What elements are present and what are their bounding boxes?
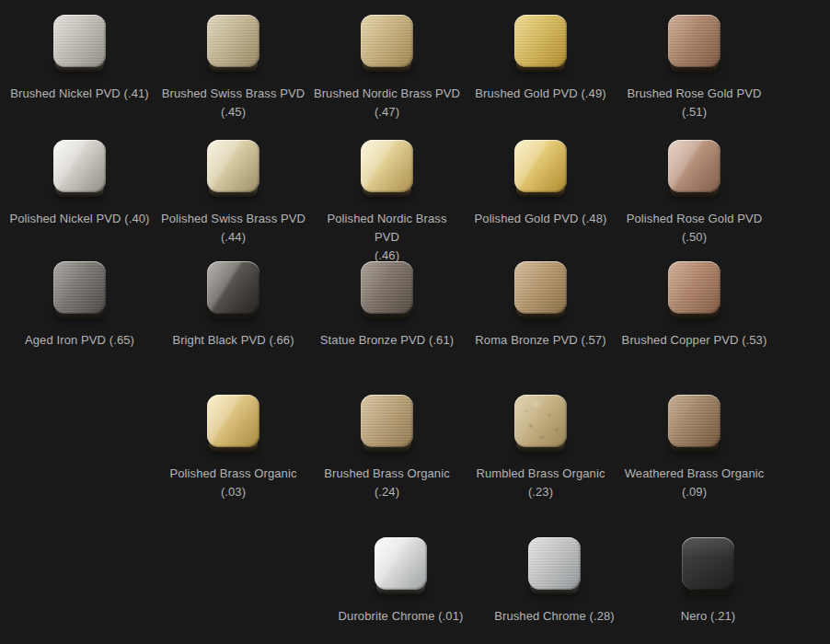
finish-swatch xyxy=(207,395,259,454)
finish-swatch xyxy=(514,395,567,454)
finish-label: Roma Bronze PVD (.57) xyxy=(475,331,605,350)
swatch-face xyxy=(682,537,734,590)
finish-swatch xyxy=(361,395,413,454)
swatch-face xyxy=(53,140,106,192)
finish-swatch xyxy=(528,537,581,596)
finish-option-polished-swiss-brass-pvd-44[interactable]: Polished Swiss Brass PVD (.44) xyxy=(156,140,310,265)
finish-label: Brushed Nickel PVD (.41) xyxy=(10,85,149,103)
finish-option-brushed-copper-pvd-53[interactable]: Brushed Copper PVD (.53) xyxy=(617,261,771,350)
finish-label: Rumbled Brass Organic (.23) xyxy=(467,465,615,501)
finish-option-polished-brass-organic-03[interactable]: Polished Brass Organic (.03) xyxy=(156,395,310,501)
finish-label: Polished Rose Gold PVD (.50) xyxy=(621,210,768,247)
finish-row-1: Brushed Nickel PVD (.41)Brushed Swiss Br… xyxy=(3,15,771,121)
finish-label: Aged Iron PVD (.65) xyxy=(25,331,134,350)
finish-row-3: Aged Iron PVD (.65)Bright Black PVD (.66… xyxy=(3,261,771,350)
finish-swatch xyxy=(682,537,734,596)
finish-swatch xyxy=(53,15,106,74)
swatch-face xyxy=(361,140,413,192)
finish-label: Bright Black PVD (.66) xyxy=(172,331,294,350)
finish-swatch xyxy=(207,140,259,199)
swatch-face xyxy=(53,261,106,314)
finish-option-brushed-nordic-brass-pvd-47[interactable]: Brushed Nordic Brass PVD (.47) xyxy=(310,15,464,121)
finish-grid: Brushed Nickel PVD (.41)Brushed Swiss Br… xyxy=(0,0,830,644)
finish-label: Polished Nordic Brass PVD (.46) xyxy=(314,210,461,265)
finish-row-2: Polished Nickel PVD (.40)Polished Swiss … xyxy=(3,140,771,265)
finish-option-roma-bronze-pvd-57[interactable]: Roma Bronze PVD (.57) xyxy=(464,261,617,350)
finish-option-brushed-swiss-brass-pvd-45[interactable]: Brushed Swiss Brass PVD (.45) xyxy=(156,15,310,121)
finish-option-polished-nickel-pvd-40[interactable]: Polished Nickel PVD (.40) xyxy=(3,140,156,265)
finish-label: Brushed Rose Gold PVD (.51) xyxy=(621,85,768,121)
swatch-face xyxy=(514,15,567,67)
finish-swatch xyxy=(668,261,720,320)
finish-option-aged-iron-pvd-65[interactable]: Aged Iron PVD (.65) xyxy=(3,261,156,350)
swatch-face xyxy=(207,395,259,447)
finish-option-brushed-nickel-pvd-41[interactable]: Brushed Nickel PVD (.41) xyxy=(3,15,156,121)
finish-option-durobrite-chrome-01[interactable]: Durobrite Chrome (.01) xyxy=(324,537,478,626)
finish-option-polished-nordic-brass-pvd-46[interactable]: Polished Nordic Brass PVD (.46) xyxy=(310,140,464,265)
finish-swatch xyxy=(668,15,720,74)
finish-swatch xyxy=(514,140,567,199)
swatch-face xyxy=(528,537,581,590)
finish-label: Brushed Brass Organic (.24) xyxy=(314,465,461,501)
finish-option-polished-rose-gold-pvd-50[interactable]: Polished Rose Gold PVD (.50) xyxy=(617,140,771,265)
finish-swatch xyxy=(514,15,567,74)
finish-swatch xyxy=(375,537,427,596)
swatch-face xyxy=(668,140,720,192)
finish-label: Brushed Gold PVD (.49) xyxy=(475,85,605,103)
swatch-face xyxy=(514,140,567,192)
finish-swatch xyxy=(668,140,720,199)
finish-option-brushed-chrome-28[interactable]: Brushed Chrome (.28) xyxy=(478,537,631,626)
finish-swatch xyxy=(53,140,106,199)
finish-label: Statue Bronze PVD (.61) xyxy=(320,331,454,350)
swatch-face xyxy=(668,15,720,67)
finish-swatch xyxy=(53,261,106,320)
finish-option-statue-bronze-pvd-61[interactable]: Statue Bronze PVD (.61) xyxy=(310,261,464,350)
finish-swatch xyxy=(514,261,567,320)
finish-row-4: Polished Brass Organic (.03)Brushed Bras… xyxy=(156,395,771,501)
finish-option-rumbled-brass-organic-23[interactable]: Rumbled Brass Organic (.23) xyxy=(464,395,617,501)
finish-swatch xyxy=(361,15,413,74)
swatch-face xyxy=(514,261,567,314)
finish-option-nero-21[interactable]: Nero (.21) xyxy=(631,537,785,626)
finish-label: Polished Swiss Brass PVD (.44) xyxy=(161,210,305,247)
finish-option-brushed-gold-pvd-49[interactable]: Brushed Gold PVD (.49) xyxy=(464,15,617,121)
finish-label: Brushed Chrome (.28) xyxy=(494,607,615,626)
finish-label: Polished Nickel PVD (.40) xyxy=(9,210,149,228)
swatch-face xyxy=(53,15,106,67)
finish-swatch xyxy=(361,140,413,199)
finish-label: Nero (.21) xyxy=(681,607,736,626)
swatch-face xyxy=(361,261,413,314)
swatch-face xyxy=(514,395,567,447)
finish-option-polished-gold-pvd-48[interactable]: Polished Gold PVD (.48) xyxy=(464,140,617,265)
swatch-face xyxy=(207,140,259,192)
finish-label: Polished Gold PVD (.48) xyxy=(475,210,607,228)
swatch-face xyxy=(361,395,413,447)
finish-option-weathered-brass-organic-09[interactable]: Weathered Brass Organic (.09) xyxy=(617,395,771,501)
finish-label: Polished Brass Organic (.03) xyxy=(160,465,307,501)
finish-swatch xyxy=(207,261,259,320)
finish-option-brushed-rose-gold-pvd-51[interactable]: Brushed Rose Gold PVD (.51) xyxy=(617,15,771,121)
finish-label: Brushed Swiss Brass PVD (.45) xyxy=(162,85,305,121)
finish-swatch xyxy=(668,395,720,454)
swatch-face xyxy=(207,15,259,67)
finish-label: Durobrite Chrome (.01) xyxy=(339,607,464,626)
finish-swatch xyxy=(361,261,413,320)
finish-row-5: Durobrite Chrome (.01)Brushed Chrome (.2… xyxy=(324,537,785,626)
finish-label: Brushed Nordic Brass PVD (.47) xyxy=(314,85,460,121)
swatch-face xyxy=(361,15,413,67)
swatch-face xyxy=(668,395,720,447)
finish-option-brushed-brass-organic-24[interactable]: Brushed Brass Organic (.24) xyxy=(310,395,464,501)
swatch-face xyxy=(207,261,259,314)
finish-label: Weathered Brass Organic (.09) xyxy=(625,465,765,501)
swatch-face xyxy=(375,537,427,590)
swatch-face xyxy=(668,261,720,314)
finish-swatch xyxy=(207,15,259,74)
finish-label: Brushed Copper PVD (.53) xyxy=(622,331,767,350)
finish-option-bright-black-pvd-66[interactable]: Bright Black PVD (.66) xyxy=(156,261,310,350)
